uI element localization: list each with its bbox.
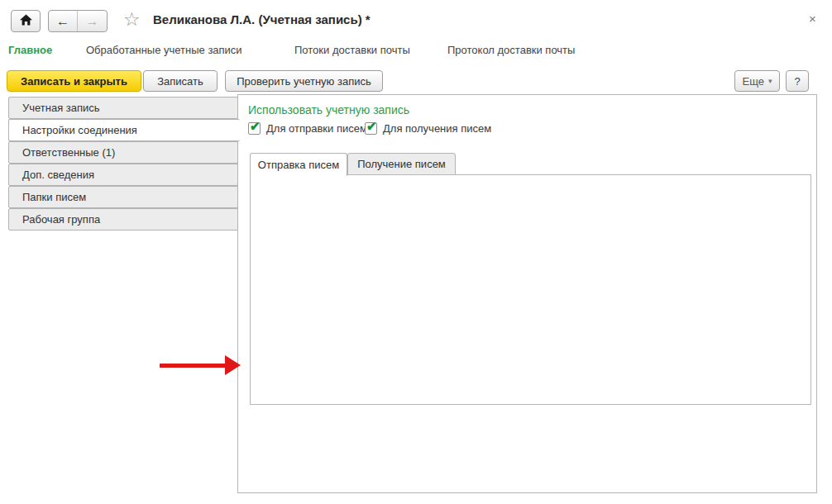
app-window: ← → ☆ Великанова Л.А. (Учетная запись) *… [0,0,832,504]
sidebar-item-label: Папки писем [22,191,86,203]
menu-item-delivery-streams[interactable]: Потоки доставки почты [294,44,410,56]
menu-item-glavnoe[interactable]: Главное [8,44,52,56]
sidebar-item-label: Доп. сведения [22,169,94,181]
checkbox-box: ✔ [248,122,261,135]
sidebar-item-label: Учетная запись [22,102,100,114]
sidebar-item-responsible[interactable]: Ответственные (1) [8,141,238,164]
close-icon[interactable]: × [809,12,816,26]
tab-receiving-mail[interactable]: Получение писем [347,153,456,175]
sidebar-item-additional-info[interactable]: Доп. сведения [8,164,238,186]
back-arrow-icon: ← [56,14,69,29]
tab-sending-mail[interactable]: Отправка писем [250,153,347,176]
sending-settings-panel [250,174,811,405]
forward-button[interactable]: → [78,11,107,31]
check-icon: ✔ [250,119,261,134]
chevron-down-icon: ▾ [768,77,772,85]
home-icon [20,14,32,28]
sidebar-item-connection-settings[interactable]: Настройки соединения [8,119,240,141]
sidebar-item-label: Рабочая группа [22,213,100,226]
check-account-button[interactable]: Проверить учетную запись [225,70,383,92]
window-title: Великанова Л.А. (Учетная запись) * [153,12,371,26]
checkbox-use-for-sending[interactable]: ✔ Для отправки писем [248,122,367,135]
annotation-arrow-head [225,355,241,375]
save-button[interactable]: Записать [143,70,218,92]
more-button[interactable]: Еще ▾ [734,70,780,92]
menu-item-delivery-protocol[interactable]: Протокол доставки почты [447,44,575,56]
more-button-label: Еще [743,75,764,88]
favorite-star-icon[interactable]: ☆ [123,10,141,29]
annotation-arrow-shaft [160,364,227,368]
forward-arrow-icon: → [86,14,99,29]
home-button[interactable] [11,10,41,32]
back-button[interactable]: ← [49,11,78,31]
checkbox-box: ✔ [365,122,377,135]
sidebar-item-work-group[interactable]: Рабочая группа [8,208,238,231]
checkbox-label: Для получения писем [383,122,491,135]
use-account-heading: Использовать учетную запись [248,103,409,116]
checkbox-use-for-receiving[interactable]: ✔ Для получения писем [365,122,491,135]
save-and-close-button[interactable]: Записать и закрыть [7,70,141,92]
sidebar-item-account[interactable]: Учетная запись [8,97,238,119]
check-icon: ✔ [366,119,377,134]
menu-item-processed-accounts[interactable]: Обработанные учетные записи [86,44,242,56]
sidebar-item-label: Настройки соединения [22,124,137,136]
annotation-arrow [160,355,242,375]
checkbox-label: Для отправки писем [266,122,367,135]
sidebar-item-label: Ответственные (1) [22,146,115,159]
help-button[interactable]: ? [786,70,809,92]
sidebar-item-mail-folders[interactable]: Папки писем [8,186,238,208]
history-nav-group: ← → [48,10,108,32]
